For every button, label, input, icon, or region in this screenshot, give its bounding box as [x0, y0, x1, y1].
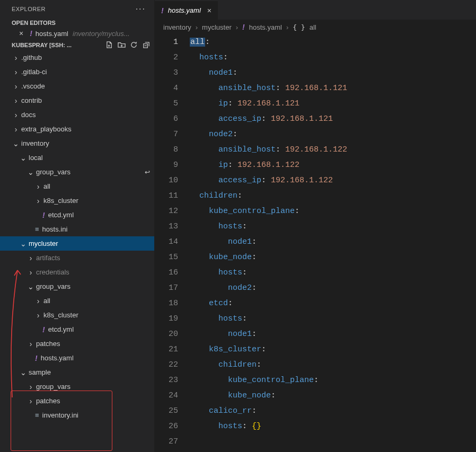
code-lines[interactable]: all: hosts: node1: ansible_host: 192.168… [188, 34, 476, 452]
open-editor-path: inventory/myclus... [73, 30, 130, 38]
breadcrumb-seg[interactable]: mycluster [202, 23, 232, 31]
tree-file-etcd-yml[interactable]: !etcd.yml [0, 208, 154, 222]
tree-folder-group-vars[interactable]: group_vars↩ [0, 165, 154, 179]
file-tree: .github .gitlab-ci .vscode contrib docs … [0, 50, 154, 452]
chevron-down-icon [27, 282, 35, 291]
breadcrumb-seg[interactable]: all [310, 23, 316, 31]
tree-folder-docs[interactable]: docs [0, 108, 154, 122]
open-editors-section[interactable]: OPEN EDITORS [0, 18, 154, 28]
breadcrumb-sep-icon: › [286, 23, 288, 31]
chevron-right-icon [12, 111, 20, 119]
chevron-right-icon [27, 254, 35, 262]
open-editor-filename: hosts.yaml [36, 30, 68, 38]
tree-folder-sample[interactable]: sample [0, 365, 154, 379]
chevron-right-icon [27, 340, 35, 348]
breadcrumb-seg[interactable]: hosts.yaml [249, 23, 282, 31]
yaml-file-icon: ! [42, 325, 45, 334]
tree-folder-github[interactable]: .github [0, 50, 154, 65]
new-folder-icon[interactable] [118, 41, 126, 49]
tree-file-hosts-yaml[interactable]: !hosts.yaml [0, 351, 154, 365]
explorer-header: EXPLORER ··· [0, 0, 154, 18]
chevron-down-icon [19, 154, 28, 162]
more-actions-icon[interactable]: ··· [136, 4, 146, 14]
refresh-icon[interactable] [130, 41, 138, 49]
breadcrumb-sep-icon: › [196, 23, 198, 31]
explorer-title: EXPLORER [12, 6, 46, 12]
chevron-right-icon [12, 68, 20, 76]
workspace-label: KUBESPRAY [SSH: ... [12, 42, 72, 48]
tree-file-inventory-ini[interactable]: inventory.ini [0, 408, 154, 422]
breadcrumb-sep-icon: › [236, 23, 238, 31]
code-editor[interactable]: 1234567891011121314151617181920212223242… [155, 34, 476, 452]
chevron-down-icon [19, 368, 28, 377]
chevron-right-icon [12, 96, 20, 105]
ini-file-icon [35, 225, 39, 233]
explorer-sidebar: EXPLORER ··· OPEN EDITORS × ! hosts.yaml… [0, 0, 155, 452]
tree-file-etcd-yml-2[interactable]: !etcd.yml [0, 322, 154, 336]
chevron-down-icon [27, 168, 35, 176]
open-editor-item[interactable]: × ! hosts.yaml inventory/myclus... [0, 28, 154, 39]
breadcrumb-seg[interactable]: inventory [163, 23, 191, 31]
yaml-file-icon: ! [161, 6, 164, 15]
tree-folder-mycluster[interactable]: mycluster [0, 236, 154, 251]
tree-folder-inventory[interactable]: inventory [0, 136, 154, 150]
tree-folder-vscode[interactable]: .vscode [0, 79, 154, 93]
tree-folder-patches-2[interactable]: patches [0, 394, 154, 408]
yaml-file-icon: ! [30, 29, 32, 38]
tree-folder-credentials[interactable]: credentials [0, 265, 154, 279]
chevron-right-icon [34, 311, 42, 320]
tree-folder-k8s-cluster-2[interactable]: k8s_cluster [0, 308, 154, 322]
editor-pane: ! hosts.yaml × inventory › mycluster › !… [155, 0, 476, 452]
yaml-file-icon: ! [35, 354, 38, 362]
breadcrumb[interactable]: inventory › mycluster › ! hosts.yaml › {… [155, 20, 476, 34]
tree-folder-group-vars-2[interactable]: group_vars [0, 279, 154, 294]
tree-folder-contrib[interactable]: contrib [0, 93, 154, 108]
chevron-right-icon [27, 383, 35, 391]
line-gutter: 1234567891011121314151617181920212223242… [155, 34, 188, 452]
modified-indicator-icon: ↩ [145, 169, 150, 176]
chevron-right-icon [27, 268, 35, 277]
ini-file-icon [35, 411, 39, 419]
tree-folder-patches[interactable]: patches [0, 336, 154, 351]
braces-icon: { } [293, 23, 305, 31]
tree-file-hosts-ini[interactable]: hosts.ini [0, 222, 154, 236]
workspace-actions [105, 41, 150, 49]
open-editors-label: OPEN EDITORS [12, 20, 56, 26]
tree-folder-local[interactable]: local [0, 150, 154, 165]
chevron-right-icon [12, 125, 20, 134]
tree-folder-group-vars-3[interactable]: group_vars [0, 379, 154, 394]
tree-folder-all-2[interactable]: all [0, 294, 154, 308]
chevron-down-icon [12, 139, 20, 148]
tree-folder-k8s-cluster[interactable]: k8s_cluster [0, 193, 154, 208]
chevron-right-icon [34, 182, 42, 191]
new-file-icon[interactable] [105, 41, 113, 49]
tree-folder-extra-playbooks[interactable]: extra_playbooks [0, 122, 154, 136]
close-editor-icon[interactable]: × [19, 29, 23, 38]
chevron-right-icon [12, 82, 20, 91]
tree-folder-gitlab-ci[interactable]: .gitlab-ci [0, 65, 154, 79]
chevron-right-icon [27, 397, 35, 405]
tree-folder-artifacts[interactable]: artifacts [0, 251, 154, 265]
tree-folder-all[interactable]: all [0, 179, 154, 193]
tab-title: hosts.yaml [168, 6, 201, 14]
tab-hosts-yaml[interactable]: ! hosts.yaml × [155, 1, 218, 20]
yaml-file-icon: ! [42, 211, 45, 219]
chevron-down-icon [19, 240, 28, 248]
yaml-file-icon: ! [242, 23, 245, 31]
tab-bar: ! hosts.yaml × [155, 0, 476, 20]
chevron-right-icon [34, 297, 42, 305]
workspace-section[interactable]: KUBESPRAY [SSH: ... [0, 39, 154, 50]
close-tab-icon[interactable]: × [207, 6, 211, 15]
collapse-all-icon[interactable] [142, 41, 150, 49]
chevron-right-icon [12, 54, 20, 62]
chevron-right-icon [34, 197, 42, 205]
